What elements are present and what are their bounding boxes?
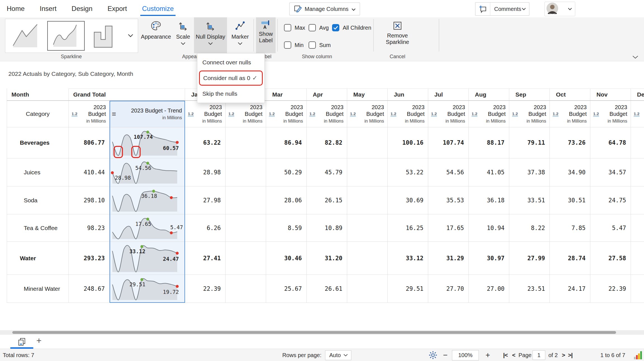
value-cell-nov[interactable]: 24.75 — [590, 186, 631, 214]
value-cell-apr[interactable]: 45.79 — [307, 158, 347, 186]
zoom-level-input[interactable]: 100% — [452, 350, 479, 360]
value-cell-jul[interactable]: 54.56 — [428, 158, 469, 186]
budget-header-nov[interactable]: 1.22023Budgetin Millions — [590, 101, 631, 127]
first-page-button[interactable]: |< — [503, 349, 508, 361]
value-cell-aug[interactable]: 30.97 — [469, 242, 509, 275]
value-cell-mar[interactable]: 28.06 — [266, 186, 307, 214]
column-group-oct[interactable]: Oct — [550, 88, 590, 101]
number-format-icon[interactable]: 1.2 — [72, 111, 77, 117]
sparkline-cell[interactable]: 33.1224.47 — [110, 242, 185, 275]
value-cell-apr[interactable]: 31.20 — [307, 242, 347, 275]
comments-button[interactable]: Comments — [475, 2, 529, 16]
number-format-icon[interactable]: 1.2 — [309, 111, 315, 117]
budget-header-jun[interactable]: 1.22023Budgetin Millions — [388, 101, 428, 127]
value-cell-may[interactable] — [347, 214, 388, 242]
value-cell-feb[interactable] — [226, 127, 266, 158]
unchecked-checkbox-icon[interactable] — [284, 41, 291, 49]
column-group-aug[interactable]: Aug — [469, 88, 509, 101]
value-cell-may[interactable] — [347, 242, 388, 275]
checkbox-sum[interactable]: Sum — [309, 41, 331, 49]
page-number-input[interactable]: 1 — [532, 350, 545, 360]
column-group-may[interactable]: May — [347, 88, 388, 101]
budget-header-may[interactable]: 1.22023Budgetin Millions — [347, 101, 388, 127]
value-cell-jan[interactable]: 28.98 — [185, 158, 226, 186]
sparkline-style-smooth[interactable] — [47, 21, 85, 51]
value-cell-feb[interactable] — [226, 214, 266, 242]
budget-header-jan[interactable]: 1.22023Budgetin Millions — [185, 101, 226, 127]
value-cell-may[interactable] — [347, 127, 388, 158]
menu-item-skip-the-nulls[interactable]: Skip the nulls — [197, 86, 264, 101]
value-cell-dec[interactable] — [631, 275, 644, 303]
number-format-icon[interactable]: 1.2 — [350, 111, 356, 117]
value-cell-oct[interactable]: 34.90 — [550, 158, 590, 186]
value-cell-dec[interactable] — [631, 158, 644, 186]
category-cell-beverages[interactable]: Beverages — [7, 127, 69, 158]
value-cell-jun[interactable]: 100.16 — [388, 127, 428, 158]
grand-total-value[interactable]: 298.10 — [69, 186, 110, 214]
checkbox-min[interactable]: Min — [284, 41, 304, 49]
settings-gear-icon[interactable] — [429, 351, 437, 361]
value-cell-mar[interactable]: 50.29 — [266, 158, 307, 186]
value-cell-dec[interactable] — [631, 242, 644, 275]
grand-total-value[interactable]: 248.67 — [69, 275, 110, 303]
gallery-expand-chevron[interactable] — [128, 33, 133, 38]
manage-columns-button[interactable]: Manage Columns — [289, 3, 360, 15]
value-cell-aug[interactable]: 27.00 — [469, 275, 509, 303]
number-format-icon[interactable]: 1.2 — [431, 111, 437, 117]
value-cell-nov[interactable]: 34.57 — [590, 158, 631, 186]
value-cell-jun[interactable]: 53.22 — [388, 158, 428, 186]
checkbox-all-children[interactable]: All Children — [332, 24, 371, 31]
value-cell-feb[interactable] — [226, 158, 266, 186]
value-cell-sep[interactable]: 23.51 — [509, 275, 550, 303]
number-format-icon[interactable]: 1.2 — [512, 111, 518, 117]
collapse-ribbon-chevron[interactable] — [632, 55, 638, 60]
value-cell-sep[interactable]: 33.51 — [509, 186, 550, 214]
category-cell-mineral-water[interactable]: Mineral Water — [7, 275, 69, 303]
prev-page-button[interactable]: < — [512, 349, 515, 361]
budget-header-feb[interactable]: 1.22023Budgetin Millions — [226, 101, 266, 127]
column-group-grand-total[interactable]: Grand Total — [69, 88, 185, 101]
next-page-button[interactable]: > — [562, 349, 565, 361]
value-cell-mar[interactable]: 25.67 — [266, 275, 307, 303]
value-cell-jun[interactable]: 30.69 — [388, 186, 428, 214]
unchecked-checkbox-icon[interactable] — [284, 24, 291, 31]
number-format-icon[interactable]: 1.2 — [390, 111, 396, 117]
value-cell-mar[interactable]: 86.94 — [266, 127, 307, 158]
column-group-sep[interactable]: Sep — [509, 88, 550, 101]
value-cell-nov[interactable]: 64.78 — [590, 127, 631, 158]
budget-header-oct[interactable]: 1.22023Budgetin Millions — [550, 101, 590, 127]
value-cell-jun[interactable]: 29.51 — [388, 275, 428, 303]
value-cell-oct[interactable]: 24.17 — [550, 275, 590, 303]
checkbox-max[interactable]: Max — [284, 24, 305, 31]
value-cell-dec[interactable] — [631, 127, 644, 158]
grand-total-value[interactable]: 98.23 — [69, 214, 110, 242]
grand-total-value[interactable]: 410.44 — [69, 158, 110, 186]
sparkline-cell[interactable]: 29.5119.72 — [110, 275, 185, 303]
scale-button[interactable]: Scale — [174, 21, 192, 45]
value-cell-sep[interactable]: 8.22 — [509, 214, 550, 242]
sheet-tab-active[interactable] — [10, 335, 33, 349]
value-cell-jul[interactable]: 107.74 — [428, 127, 469, 158]
null-display-button[interactable]: Null Display — [194, 21, 227, 45]
value-cell-dec[interactable] — [631, 186, 644, 214]
value-cell-feb[interactable] — [226, 186, 266, 214]
category-cell-water[interactable]: Water — [7, 242, 69, 275]
sparkline-style-line[interactable] — [8, 22, 44, 50]
value-cell-apr[interactable]: 82.82 — [307, 127, 347, 158]
column-group-nov[interactable]: Nov — [590, 88, 631, 101]
value-cell-feb[interactable] — [226, 242, 266, 275]
zoom-out-button[interactable]: − — [443, 349, 448, 361]
number-format-icon[interactable]: 1.2 — [593, 111, 599, 117]
value-cell-jun[interactable]: 33.12 — [388, 242, 428, 275]
number-format-icon[interactable]: 1.2 — [269, 111, 275, 117]
budget-header-sep[interactable]: 1.22023Budgetin Millions — [509, 101, 550, 127]
value-cell-aug[interactable]: 36.18 — [469, 186, 509, 214]
number-format-icon[interactable]: 1.2 — [228, 111, 234, 117]
value-cell-aug[interactable]: 88.17 — [469, 127, 509, 158]
checked-checkbox-icon[interactable] — [332, 24, 339, 31]
tab-export[interactable]: Export — [107, 3, 127, 14]
sparkline-cell[interactable]: 36.18 — [110, 186, 185, 214]
tab-customize[interactable]: Customize — [141, 3, 174, 14]
rows-per-page-select[interactable]: Auto — [325, 350, 351, 360]
column-group-mar[interactable]: Mar — [266, 88, 307, 101]
